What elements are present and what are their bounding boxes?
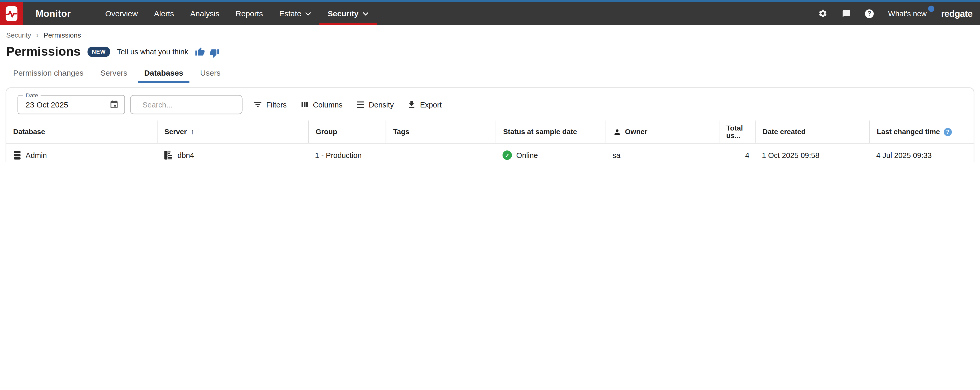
top-navbar: Monitor Overview Alerts Analysis Reports… (0, 2, 980, 25)
export-button[interactable]: Export (407, 100, 442, 109)
cell-total-users: 4 (719, 151, 755, 160)
table-body: Admin dbn4 1 - Production ✓ Online sa 4 … (6, 144, 974, 162)
thumb-down-icon (209, 48, 220, 58)
density-icon (356, 100, 365, 109)
column-header-status[interactable]: Status at sample date (496, 120, 606, 143)
redgate-logo: redgate (941, 8, 972, 19)
cell-last-changed: 4 Jul 2025 09:33 (869, 151, 974, 160)
column-header-last-changed[interactable]: Last changed time ? (869, 120, 974, 143)
feedback-chat-button[interactable] (842, 9, 851, 18)
page-header: Permissions NEW Tell us what you think (0, 39, 980, 59)
cell-date-created: 1 Oct 2025 09:58 (755, 151, 869, 160)
server-icon (164, 151, 173, 160)
nav-item-reports[interactable]: Reports (228, 2, 271, 25)
monitor-pulse-icon (6, 6, 18, 21)
cell-database: Admin (6, 151, 157, 160)
table-row[interactable]: Admin dbn4 1 - Production ✓ Online sa 4 … (6, 144, 974, 162)
notification-dot (928, 5, 934, 11)
whats-new-link[interactable]: What's new (888, 9, 927, 18)
filter-icon (253, 100, 262, 109)
nav-item-overview[interactable]: Overview (97, 2, 146, 25)
breadcrumb: Security › Permissions (0, 25, 980, 39)
status-label: Online (516, 151, 538, 160)
column-help-icon[interactable]: ? (944, 128, 952, 136)
date-field-label: Date (23, 92, 41, 99)
tab-databases[interactable]: Databases (138, 65, 189, 83)
breadcrumb-permissions: Permissions (43, 31, 81, 39)
column-header-database[interactable]: Database (6, 120, 157, 143)
help-button[interactable]: ? (865, 9, 874, 18)
feedback-text: Tell us what you think (117, 47, 188, 56)
cell-server: dbn4 (157, 151, 308, 160)
nav-item-security[interactable]: Security (320, 2, 377, 25)
export-icon (407, 100, 416, 109)
column-header-group[interactable]: Group (308, 120, 386, 143)
sql-monitor-logo[interactable] (0, 2, 23, 25)
new-badge: NEW (88, 47, 110, 57)
help-icon: ? (865, 9, 874, 18)
columns-button[interactable]: Columns (300, 100, 343, 109)
chevron-down-icon (362, 12, 368, 15)
app-root: Monitor Overview Alerts Analysis Reports… (0, 0, 980, 162)
gear-icon (818, 9, 827, 18)
thumb-up-icon (195, 47, 205, 57)
navbar-right-cluster: ? What's new redgate (818, 2, 980, 25)
column-header-tags[interactable]: Tags (386, 120, 496, 143)
search-field[interactable] (130, 95, 243, 114)
cell-owner: sa (606, 151, 719, 160)
tab-users[interactable]: Users (194, 65, 227, 83)
product-name: Monitor (35, 2, 71, 25)
database-icon (13, 151, 21, 160)
primary-nav: Overview Alerts Analysis Reports Estate … (97, 2, 377, 25)
search-input[interactable] (141, 100, 240, 110)
column-header-date-created[interactable]: Date created (755, 120, 869, 143)
thumb-down-button[interactable] (209, 48, 220, 58)
density-button[interactable]: Density (356, 100, 394, 109)
table-header: Database Server ↑ Group Tags Status at s… (6, 120, 974, 143)
settings-button[interactable] (818, 9, 827, 18)
tab-bar: Permission changes Servers Databases Use… (0, 59, 980, 83)
columns-icon (300, 100, 309, 109)
calendar-icon (110, 100, 119, 109)
status-icon: ✓ (503, 151, 512, 160)
nav-item-analysis[interactable]: Analysis (182, 2, 228, 25)
cell-status: ✓ Online (496, 151, 606, 160)
nav-item-estate[interactable]: Estate (271, 2, 320, 25)
sort-ascending-icon: ↑ (191, 127, 194, 136)
cell-group: 1 - Production (308, 151, 386, 160)
nav-item-alerts[interactable]: Alerts (146, 2, 182, 25)
date-field-value: 23 Oct 2025 (18, 100, 110, 109)
chevron-right-icon: › (36, 31, 39, 39)
page-title: Permissions (6, 44, 81, 59)
tab-servers[interactable]: Servers (94, 65, 134, 83)
filters-button[interactable]: Filters (253, 100, 287, 109)
chevron-down-icon (305, 12, 311, 15)
column-header-total-users[interactable]: Total us... (719, 120, 755, 143)
person-icon (613, 128, 621, 136)
databases-panel: Date 23 Oct 2025 Filters Columns (6, 87, 975, 162)
database-name: Admin (25, 151, 47, 160)
date-picker-field[interactable]: Date 23 Oct 2025 (18, 95, 125, 114)
breadcrumb-security[interactable]: Security (6, 31, 31, 39)
server-name: dbn4 (178, 151, 194, 160)
thumb-up-button[interactable] (195, 47, 205, 57)
table-action-buttons: Filters Columns Density Export (253, 100, 442, 109)
tab-permission-changes[interactable]: Permission changes (7, 65, 90, 83)
calendar-button[interactable] (110, 100, 124, 109)
feedback-controls (195, 45, 220, 58)
column-header-owner[interactable]: Owner (606, 120, 719, 143)
top-accent-strip (0, 0, 980, 2)
chat-icon (842, 9, 851, 18)
table-toolbar: Date 23 Oct 2025 Filters Columns (6, 88, 974, 120)
column-header-server[interactable]: Server ↑ (157, 120, 308, 143)
